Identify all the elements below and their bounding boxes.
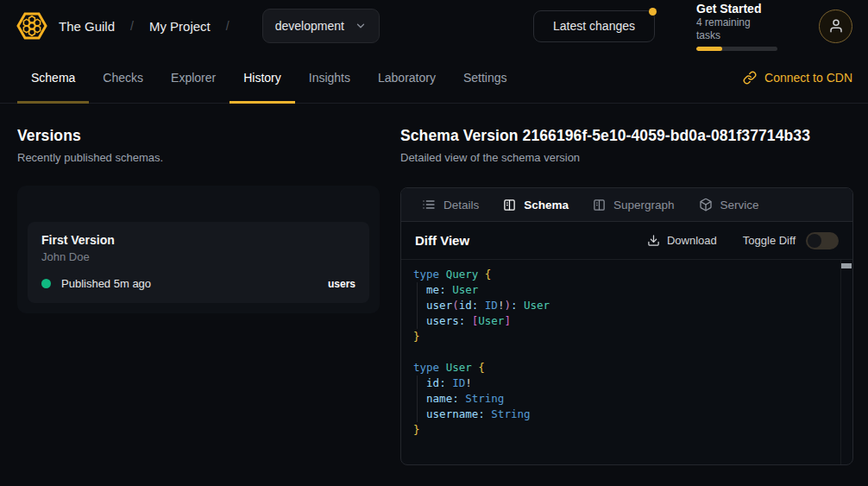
code-block[interactable]: type Query { me: User user(id: ID!): Use… [401, 260, 852, 445]
get-started-subtitle: 4 remaining tasks [696, 16, 777, 42]
version-status-row: Published 5m ago users [41, 277, 355, 290]
code-line: } [413, 329, 835, 344]
main-nav: SchemaChecksExplorerHistoryInsightsLabor… [0, 52, 868, 104]
nav-tab-history[interactable]: History [230, 52, 295, 103]
schema-version-title: Schema Version 2166196f-5e10-4059-bd0a-0… [400, 127, 853, 145]
toggle-knob [808, 234, 821, 248]
diff-actions: Download Toggle Diff [647, 232, 839, 249]
published-status-icon [41, 279, 51, 288]
main-content: Versions Recently published schemas. Fir… [0, 104, 868, 465]
detail-tab-service[interactable]: Service [687, 188, 771, 221]
schema-code-area: type Query { me: User user(id: ID!): Use… [401, 260, 852, 464]
version-author: John Doe [41, 250, 355, 263]
nav-tabs: SchemaChecksExplorerHistoryInsightsLabor… [17, 52, 521, 103]
breadcrumb-separator: / [130, 19, 134, 33]
detail-tab-label: Details [443, 199, 479, 211]
nav-tab-laboratory[interactable]: Laboratory [364, 52, 450, 103]
version-title: First Version [41, 233, 355, 247]
code-line: id: ID! [413, 376, 835, 391]
chevron-down-icon [355, 20, 367, 32]
progress-fill [696, 47, 722, 51]
columns-icon [503, 199, 516, 211]
app-header: The Guild / My Project / development Lat… [0, 0, 868, 52]
code-line: user(id: ID!): User [413, 298, 835, 313]
nav-tab-insights[interactable]: Insights [295, 52, 364, 103]
nav-tab-checks[interactable]: Checks [89, 52, 157, 103]
code-line: type User { [413, 360, 835, 376]
latest-changes-label: Latest changes [553, 19, 635, 33]
get-started-progress-bar [696, 47, 777, 51]
user-avatar[interactable] [819, 9, 852, 43]
vertical-scrollbar[interactable] [840, 260, 852, 464]
notification-dot [649, 8, 657, 16]
schema-version-subtitle: Detailed view of the schema version [400, 151, 853, 164]
versions-list: First Version John Doe Published 5m ago … [17, 186, 380, 313]
get-started-widget[interactable]: Get Started 4 remaining tasks [696, 2, 777, 51]
target-selector-value: development [275, 19, 344, 33]
version-status: Published 5m ago [61, 277, 151, 290]
code-line: users: [User] [413, 313, 835, 329]
nav-tab-settings[interactable]: Settings [450, 52, 521, 103]
code-line: name: String [413, 391, 835, 407]
breadcrumb-separator: / [226, 19, 230, 33]
list-icon [422, 198, 436, 211]
download-icon [647, 234, 660, 247]
code-line: type Query { [413, 267, 835, 282]
hive-logo-icon[interactable] [14, 8, 50, 44]
versions-subtitle: Recently published schemas. [17, 151, 380, 164]
schema-detail-panel: DetailsSchemaSupergraphService Diff View… [400, 187, 853, 465]
target-selector-dropdown[interactable]: development [262, 9, 380, 43]
latest-changes-button[interactable]: Latest changes [533, 10, 655, 42]
nav-tab-explorer[interactable]: Explorer [157, 52, 230, 103]
breadcrumb-project[interactable]: My Project [149, 19, 211, 34]
schema-version-detail: Schema Version 2166196f-5e10-4059-bd0a-0… [400, 127, 853, 465]
code-line: username: String [413, 407, 835, 422]
code-line [413, 344, 835, 360]
get-started-title: Get Started [696, 2, 777, 16]
diff-view-header: Diff View Download Toggle Diff [401, 222, 852, 260]
toggle-diff-label: Toggle Diff [743, 234, 796, 247]
link-icon [743, 71, 757, 85]
detail-tab-label: Service [720, 199, 759, 211]
detail-tab-supergraph[interactable]: Supergraph [581, 188, 687, 221]
version-card[interactable]: First Version John Doe Published 5m ago … [28, 222, 369, 303]
scrollbar-thumb[interactable] [841, 263, 852, 268]
download-label: Download [667, 234, 717, 247]
person-icon [828, 18, 844, 34]
diff-view-title: Diff View [415, 233, 469, 248]
breadcrumb-org[interactable]: The Guild [59, 19, 115, 34]
code-line: me: User [413, 282, 835, 298]
detail-tab-schema[interactable]: Schema [491, 188, 581, 221]
download-button[interactable]: Download [647, 234, 717, 247]
diff-toggle[interactable] [806, 232, 839, 249]
detail-tab-details[interactable]: Details [410, 188, 491, 221]
nav-tab-schema[interactable]: Schema [17, 52, 89, 103]
detail-tabs: DetailsSchemaSupergraphService [401, 188, 852, 222]
connect-to-cdn-label: Connect to CDN [764, 71, 852, 85]
versions-title: Versions [17, 127, 380, 145]
detail-tab-label: Schema [524, 199, 569, 211]
code-line: } [413, 422, 835, 438]
versions-panel: Versions Recently published schemas. Fir… [17, 127, 380, 465]
connect-to-cdn-button[interactable]: Connect to CDN [743, 52, 852, 103]
service-badge: users [328, 278, 355, 290]
box-icon [699, 198, 713, 211]
detail-tab-label: Supergraph [613, 199, 675, 211]
columns-icon [593, 199, 606, 211]
